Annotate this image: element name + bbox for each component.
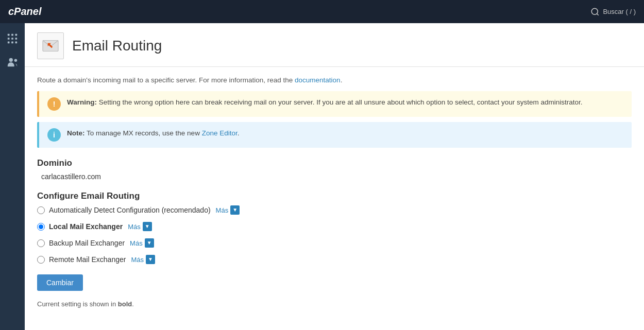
info-label: Note: <box>67 129 85 137</box>
warning-text: Warning: Setting the wrong option here c… <box>67 97 583 108</box>
svg-rect-6 <box>11 38 13 40</box>
mas-link-auto[interactable]: Más ▼ <box>216 205 240 215</box>
search-label: Buscar ( / ) <box>603 8 636 15</box>
mas-label-local: Más <box>128 223 141 231</box>
svg-line-1 <box>597 13 599 15</box>
mas-link-local[interactable]: Más ▼ <box>128 222 152 231</box>
routing-section-title: Configure Email Routing <box>37 191 632 201</box>
svg-rect-4 <box>15 34 18 36</box>
svg-rect-5 <box>8 38 10 40</box>
warning-label: Warning: <box>67 98 97 106</box>
sidebar-item-users[interactable] <box>3 53 22 72</box>
page-header: Email Routing <box>25 23 644 67</box>
content-area: Route a domain's incoming mail to a spec… <box>25 67 644 317</box>
info-alert: i Note: To manage MX records, use the ne… <box>37 122 632 148</box>
sidebar-item-apps[interactable] <box>3 29 22 48</box>
description-after: . <box>341 76 343 84</box>
mas-label-remote: Más <box>131 256 144 264</box>
svg-rect-9 <box>11 42 13 44</box>
footer-before: Current setting is shown in <box>37 300 116 308</box>
description-text: Route a domain's incoming mail to a spec… <box>37 76 632 84</box>
dropdown-arrow-backup: ▼ <box>145 238 154 248</box>
routing-option-auto: Automatically Detect Configuration (reco… <box>37 205 632 215</box>
radio-remote[interactable] <box>37 256 45 264</box>
cambiar-button[interactable]: Cambiar <box>37 274 83 291</box>
dropdown-arrow-local: ▼ <box>143 222 152 231</box>
svg-point-11 <box>9 58 13 62</box>
radio-auto[interactable] <box>37 206 45 214</box>
svg-point-0 <box>592 8 598 14</box>
routing-option-backup: Backup Mail Exchanger Más ▼ <box>37 238 632 248</box>
footer-note: Current setting is shown in bold. <box>37 300 632 308</box>
page-icon-container <box>37 32 64 59</box>
svg-point-12 <box>14 59 17 62</box>
mas-label-backup: Más <box>130 239 143 247</box>
radio-local-label[interactable]: Local Mail Exchanger <box>49 222 123 231</box>
dropdown-arrow-remote: ▼ <box>146 255 155 264</box>
svg-rect-2 <box>8 34 10 36</box>
email-routing-icon <box>37 32 64 59</box>
documentation-link[interactable]: documentation <box>295 76 341 84</box>
info-text: Note: To manage MX records, use the new … <box>67 128 239 138</box>
info-after: . <box>238 129 240 137</box>
domain-section-title: Dominio <box>37 158 632 168</box>
domain-value: carlacastillero.com <box>41 172 632 181</box>
cpanel-brand: cPanel <box>8 6 41 18</box>
radio-backup-label[interactable]: Backup Mail Exchanger <box>49 239 125 247</box>
dropdown-arrow-auto: ▼ <box>230 205 240 215</box>
apps-grid-icon <box>7 33 18 44</box>
svg-rect-10 <box>15 42 18 44</box>
users-icon <box>7 57 18 68</box>
warning-icon: ! <box>47 97 61 111</box>
radio-remote-label[interactable]: Remote Mail Exchanger <box>49 255 126 264</box>
warning-alert: ! Warning: Setting the wrong option here… <box>37 91 632 117</box>
radio-auto-label[interactable]: Automatically Detect Configuration (reco… <box>49 206 211 214</box>
search-icon <box>590 7 600 16</box>
info-body: To manage MX records, use the new <box>87 129 200 137</box>
svg-rect-7 <box>15 38 18 40</box>
mas-link-remote[interactable]: Más ▼ <box>131 255 155 264</box>
warning-body: Setting the wrong option here can break … <box>99 98 583 106</box>
mas-link-backup[interactable]: Más ▼ <box>130 238 154 248</box>
search-button[interactable]: Buscar ( / ) <box>590 7 636 16</box>
radio-local[interactable] <box>37 223 45 231</box>
svg-rect-8 <box>8 42 10 44</box>
routing-option-local: Local Mail Exchanger Más ▼ <box>37 222 632 231</box>
info-icon: i <box>47 128 61 142</box>
left-sidebar <box>0 23 25 330</box>
svg-rect-3 <box>11 34 13 36</box>
routing-option-remote: Remote Mail Exchanger Más ▼ <box>37 255 632 264</box>
footer-bold: bold <box>118 300 132 308</box>
zone-editor-link[interactable]: Zone Editor <box>202 129 238 137</box>
footer-after: . <box>132 300 134 308</box>
description-before: Route a domain's incoming mail to a spec… <box>37 76 293 84</box>
email-icon-svg <box>41 37 60 55</box>
routing-options: Automatically Detect Configuration (reco… <box>37 205 632 264</box>
main-content: Email Routing Route a domain's incoming … <box>25 23 644 330</box>
top-navbar: cPanel Buscar ( / ) <box>0 0 644 23</box>
radio-backup[interactable] <box>37 239 45 247</box>
mas-label-auto: Más <box>216 206 229 214</box>
page-title: Email Routing <box>72 38 162 54</box>
